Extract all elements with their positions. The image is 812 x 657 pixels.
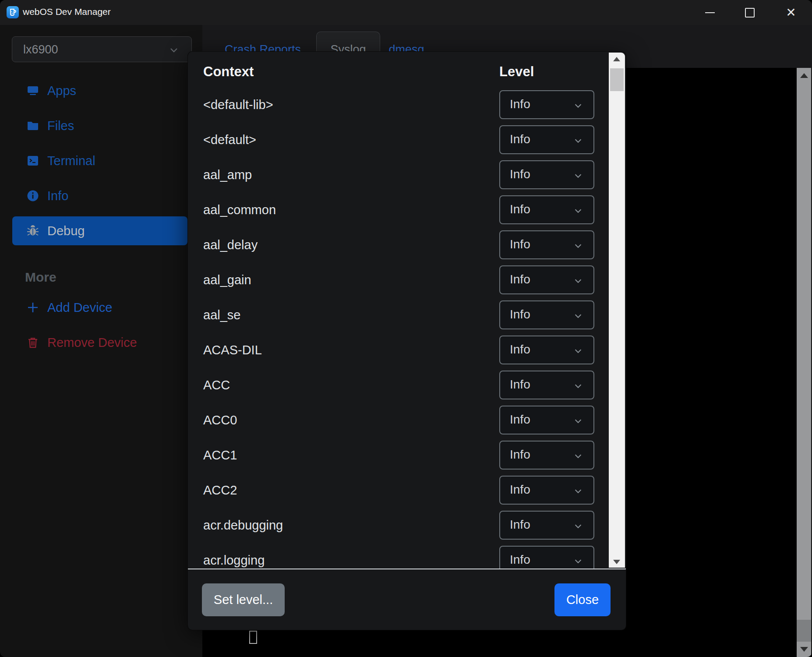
- sidebar-item-info[interactable]: Info: [12, 181, 187, 210]
- chevron-down-icon: [573, 206, 583, 215]
- level-select-value: Info: [510, 448, 530, 462]
- chevron-down-icon: [573, 241, 583, 251]
- chevron-down-icon: [573, 486, 583, 496]
- dialog-scroll-up-icon[interactable]: [613, 57, 620, 61]
- dialog-scrollbar[interactable]: [609, 53, 625, 568]
- chevron-down-icon: [573, 556, 583, 566]
- level-select-value: Info: [510, 307, 530, 321]
- dialog-scrollbar-thumb[interactable]: [610, 68, 624, 91]
- chevron-down-icon: [573, 381, 583, 391]
- level-select[interactable]: Info: [499, 476, 594, 505]
- context-row: ACC1Info: [188, 441, 626, 470]
- trash-icon: [26, 336, 39, 349]
- maximize-icon: [745, 8, 755, 18]
- minimize-button[interactable]: [696, 0, 724, 25]
- context-row: aal_commonInfo: [188, 195, 626, 224]
- context-row: aal_delayInfo: [188, 230, 626, 259]
- context-column-header: Context: [203, 64, 254, 80]
- sidebar-action-remove-device[interactable]: Remove Device: [12, 328, 187, 357]
- level-select-value: Info: [510, 202, 530, 216]
- bug-icon: [26, 224, 39, 237]
- device-selector-value: lx6900: [23, 43, 58, 57]
- maximize-button[interactable]: [736, 0, 764, 25]
- context-row: acr.debuggingInfo: [188, 511, 626, 540]
- level-select[interactable]: Info: [499, 511, 594, 540]
- context-label: acr.logging: [203, 546, 265, 569]
- chevron-down-icon: [169, 45, 179, 55]
- sidebar-action-add-device[interactable]: Add Device: [12, 293, 187, 322]
- title-bar: webOS Dev Manager ✕: [0, 0, 812, 25]
- close-button[interactable]: ✕: [777, 0, 805, 25]
- level-select[interactable]: Info: [499, 265, 594, 294]
- device-selector[interactable]: lx6900: [12, 36, 192, 62]
- level-select-value: Info: [510, 97, 530, 111]
- context-label: ACC0: [203, 406, 237, 434]
- log-scrollbar[interactable]: [797, 68, 811, 657]
- dialog-close-button[interactable]: Close: [554, 583, 611, 616]
- context-row: ACC0Info: [188, 406, 626, 434]
- chevron-down-icon: [573, 346, 583, 356]
- level-select-value: Info: [510, 167, 530, 181]
- level-select[interactable]: Info: [499, 406, 594, 434]
- context-label: aal_amp: [203, 160, 252, 189]
- sidebar-item-label: Files: [47, 119, 74, 133]
- chevron-down-icon: [573, 171, 583, 180]
- level-select[interactable]: Info: [499, 441, 594, 470]
- dialog-scroll-area: Context Level <default-lib>Info<default>…: [188, 52, 626, 569]
- chevron-down-icon: [573, 136, 583, 145]
- level-select-value: Info: [510, 237, 530, 251]
- app-logo-icon: [7, 6, 19, 18]
- sidebar-action-label: Add Device: [47, 300, 112, 315]
- context-row: aal_gainInfo: [188, 265, 626, 294]
- scroll-up-icon[interactable]: [800, 73, 808, 78]
- log-scrollbar-thumb[interactable]: [797, 620, 811, 642]
- chevron-down-icon: [573, 311, 583, 321]
- context-row: ACC2Info: [188, 476, 626, 505]
- sidebar-item-label: Info: [47, 189, 68, 203]
- sidebar-action-label: Remove Device: [47, 336, 137, 350]
- context-row: aal_seInfo: [188, 300, 626, 329]
- level-select[interactable]: Info: [499, 336, 594, 364]
- chevron-down-icon: [573, 451, 583, 461]
- chevron-down-icon: [573, 416, 583, 426]
- dialog-footer: Set level... Close: [188, 569, 626, 630]
- context-label: aal_se: [203, 300, 240, 329]
- level-select-value: Info: [510, 518, 530, 532]
- sidebar-item-debug[interactable]: Debug: [12, 216, 187, 245]
- context-label: ACC2: [203, 476, 237, 505]
- context-label: ACAS-DIL: [203, 336, 262, 364]
- level-select[interactable]: Info: [499, 125, 594, 154]
- context-row: <default>Info: [188, 125, 626, 154]
- level-select-value: Info: [510, 272, 530, 286]
- sidebar-item-apps[interactable]: Apps: [12, 76, 187, 105]
- level-select[interactable]: Info: [499, 546, 594, 569]
- context-label: acr.debugging: [203, 511, 283, 540]
- context-label: ACC: [203, 371, 230, 399]
- level-select-value: Info: [510, 132, 530, 146]
- display-icon: [26, 84, 39, 97]
- level-select[interactable]: Info: [499, 195, 594, 224]
- level-select[interactable]: Info: [499, 90, 594, 119]
- scroll-down-icon[interactable]: [800, 647, 808, 652]
- sidebar-more-heading: More: [25, 270, 56, 285]
- context-row: aal_ampInfo: [188, 160, 626, 189]
- level-select[interactable]: Info: [499, 160, 594, 189]
- sidebar-item-files[interactable]: Files: [12, 111, 187, 140]
- log-context-level-dialog: Context Level <default-lib>Info<default>…: [188, 52, 626, 630]
- level-select-value: Info: [510, 553, 530, 567]
- set-level-button[interactable]: Set level...: [202, 583, 285, 616]
- level-select[interactable]: Info: [499, 371, 594, 399]
- context-label: ACC1: [203, 441, 237, 470]
- level-select-value: Info: [510, 483, 530, 497]
- folder-icon: [26, 119, 39, 132]
- dialog-scroll-down-icon[interactable]: [613, 560, 620, 564]
- level-select[interactable]: Info: [499, 230, 594, 259]
- plus-icon: [26, 301, 39, 314]
- terminal-icon: [26, 154, 39, 167]
- sidebar-item-label: Terminal: [47, 154, 95, 168]
- level-select[interactable]: Info: [499, 300, 594, 329]
- app-window: webOS Dev Manager ✕ [pq_setBlackLevel][E…: [0, 0, 812, 657]
- chevron-down-icon: [573, 101, 583, 110]
- sidebar-item-terminal[interactable]: Terminal: [12, 146, 187, 175]
- context-row: acr.loggingInfo: [188, 546, 626, 569]
